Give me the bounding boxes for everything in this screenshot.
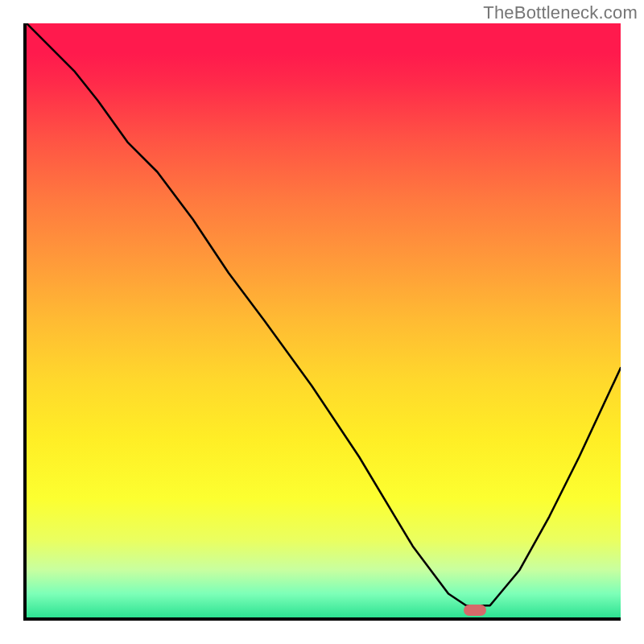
optimum-marker xyxy=(464,605,486,616)
watermark: TheBottleneck.com xyxy=(483,2,638,23)
chart-axes-frame xyxy=(23,23,621,621)
